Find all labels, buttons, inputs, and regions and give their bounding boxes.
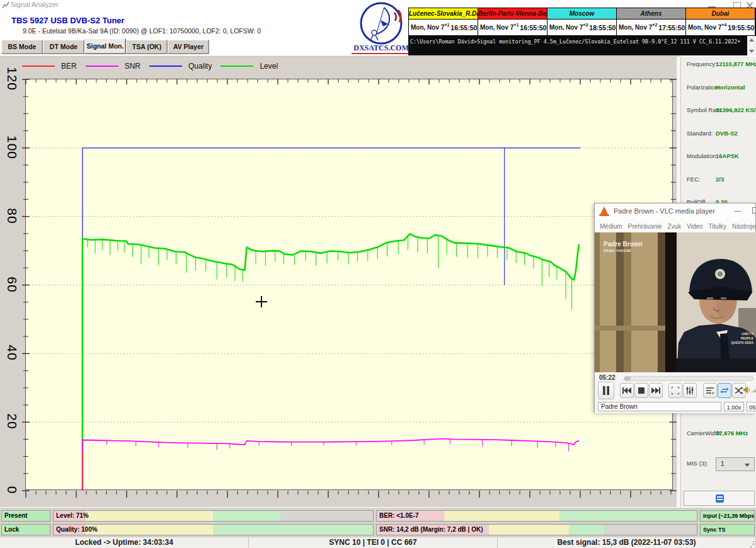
y-tick-label-20: 20 [4, 413, 20, 429]
stop-button[interactable] [634, 383, 648, 398]
legend-item-quality: Quality [149, 62, 212, 71]
previous-button[interactable] [620, 383, 634, 398]
vlc-video-area[interactable]: Padre Brown PRIMA VISIONE GREY'SPEOPLEQU… [595, 232, 756, 372]
vlc-menu-video[interactable]: Video [687, 223, 702, 230]
info-label: Standard: [687, 130, 713, 137]
pause-icon [602, 386, 610, 395]
tuning-info: 9.0E - Eutelsat 9B/Ka-Sat 9A (ID: 0090) … [23, 27, 261, 35]
clock-time-row: Mon, Nov 7+217:55:50 [617, 20, 685, 35]
vlc-menu-prehrvanie[interactable]: Prehrávanie [628, 223, 662, 230]
volume-icon[interactable] [743, 386, 750, 394]
vlc-menu-zvuk[interactable]: Zvuk [668, 223, 682, 230]
chart-plot-area[interactable] [25, 79, 673, 490]
meter-lock: Lock [1, 524, 50, 535]
chart-canvas [25, 79, 674, 491]
mis-value: 1 [721, 460, 724, 467]
vlc-minimize-button[interactable] [735, 211, 741, 212]
clock-city-label: Moscow [547, 8, 616, 20]
y-tick-label-80: 80 [4, 208, 20, 224]
info-row-frequency: Frequency:12110,877 MHz [681, 60, 756, 69]
tab-dt-mode[interactable]: DT Mode [43, 40, 84, 54]
signal-chart-panel: BERSNRQualityLevel 020406080100120 [0, 57, 677, 507]
clock-lu-enec-slovakia-r-d-vid: Lučenec-Slovakia_R.DávidMon, Nov 7+116:5… [409, 8, 478, 35]
stop-icon [638, 387, 644, 394]
y-tick-label-0: 0 [4, 486, 20, 494]
clock-utc-offset: +1 [513, 23, 518, 27]
vlc-menu-titulky[interactable]: Titulky [709, 223, 727, 230]
legend-label: BER [61, 62, 77, 71]
tab-av-player[interactable]: AV Player [168, 40, 209, 54]
overlay-line: PEOPLE [731, 336, 753, 341]
y-tick-label-100: 100 [4, 135, 20, 159]
clock-date: Mon, Nov 7 [411, 24, 444, 31]
meter-label: Present [4, 512, 28, 519]
info-row-polarization: Polarization:Horizontal [681, 84, 756, 93]
clock-time-row: Mon, Nov 7+419:55:50 [686, 20, 755, 35]
vlc-playback-rate[interactable]: 1.00x [724, 402, 744, 411]
fullscreen-button[interactable] [668, 383, 682, 398]
clock-time: 17:55:50 [658, 24, 685, 31]
clock-utc-offset: +2 [652, 23, 657, 27]
meter-ber: BER: <1.0E-7 [376, 510, 697, 522]
pause-button[interactable] [598, 382, 614, 399]
vlc-titlebar[interactable]: Padre Brown - VLC media player [595, 203, 755, 220]
info-value: 2/3 [716, 176, 724, 183]
vlc-now-playing-field[interactable]: Padre Brown [598, 402, 721, 411]
clock-time: 19:55:50 [728, 24, 754, 31]
vlc-seek-progress [624, 377, 631, 380]
info-value: 12110,877 MHz [716, 60, 756, 67]
mis-select[interactable]: 1 [716, 457, 755, 471]
loop-button[interactable] [718, 383, 731, 398]
meter-label: Level: 71% [56, 512, 89, 519]
legend-item-level: Level [220, 62, 278, 71]
y-tick-label-120: 120 [4, 67, 20, 91]
tab-signal-mon-[interactable]: Signal Mon. [84, 38, 126, 54]
series-snr [83, 439, 579, 491]
video-caption-sub: PRIMA VISIONE [604, 248, 643, 254]
vlc-time-display: 05:22 [747, 402, 756, 411]
meter-level: Level: 71% [53, 510, 374, 522]
vlc-window: Padre Brown - VLC media player MédiumPre… [594, 203, 756, 413]
scroll-up-icon[interactable] [749, 38, 754, 42]
meter-label: BER: <1.0E-7 [379, 512, 419, 519]
clock-athens: AthensMon, Nov 7+217:55:50 [617, 8, 686, 35]
y-tick-label-40: 40 [4, 345, 20, 361]
info-row-fec: FEC:2/3 [681, 176, 756, 185]
equalizer-button[interactable] [683, 383, 697, 398]
device-title: TBS 5927 USB DVB-S2 Tuner [11, 16, 125, 25]
meter-label: SNR: 14,2 dB (Margin: 7,2 dB | OK) [379, 526, 483, 533]
legend-item-snr: SNR [86, 62, 140, 71]
volume-slider[interactable] [751, 386, 756, 392]
fullscreen-icon [672, 387, 679, 394]
minimize-button[interactable] [708, 2, 716, 8]
y-tick-label-60: 60 [4, 277, 20, 292]
playlist-button[interactable] [703, 383, 717, 398]
status-section-2: Best signal: 15,3 dB (2022-11-07 03:53) [498, 537, 756, 548]
video-caption-title: Padre Brown [604, 241, 643, 248]
meter-label: Lock [4, 526, 19, 533]
vlc-seekbar[interactable] [624, 376, 753, 381]
clock-dubai: DubaiMon, Nov 7+419:55:50 [686, 8, 755, 35]
vlc-menu-nstroje[interactable]: Nástroje [732, 223, 755, 230]
stream-list-button[interactable] [684, 491, 755, 506]
vlc-menu-mdium[interactable]: Médium [600, 223, 622, 230]
command-prompt[interactable]: C:\Users\Roman Dávid>Signal monitoring_P… [408, 36, 747, 55]
clock-city-label: Lučenec-Slovakia_R.Dávid [409, 8, 478, 20]
meter-snr: SNR: 14,2 dB (Margin: 7,2 dB | OK) [376, 524, 697, 535]
playlist-icon [706, 387, 714, 394]
clock-utc-offset: +1 [444, 23, 449, 27]
list-icon [716, 494, 724, 503]
vlc-menubar: MédiumPrehrávanieZvukVideoTitulkyNástroj… [595, 220, 755, 232]
next-button[interactable] [649, 383, 663, 398]
vlc-maximize-button[interactable] [752, 207, 756, 214]
meter-sync-ts: Sync TS [700, 524, 755, 535]
vlc-cone-icon [600, 207, 609, 215]
satellite-dish-icon [352, 1, 411, 45]
meter-input-21-39-mbps-: Input (~21,39 Mbps) [700, 510, 755, 522]
tab-tsa-ok-[interactable]: TSA (OK) [126, 40, 168, 54]
shuffle-icon [735, 387, 743, 394]
tab-bar: BS ModeDT ModeSignal Mon.TSA (OK)AV Play… [1, 38, 209, 54]
scroll-down-icon[interactable] [749, 50, 754, 53]
console-scrollbar[interactable] [747, 36, 756, 55]
tab-bs-mode[interactable]: BS Mode [1, 40, 43, 54]
